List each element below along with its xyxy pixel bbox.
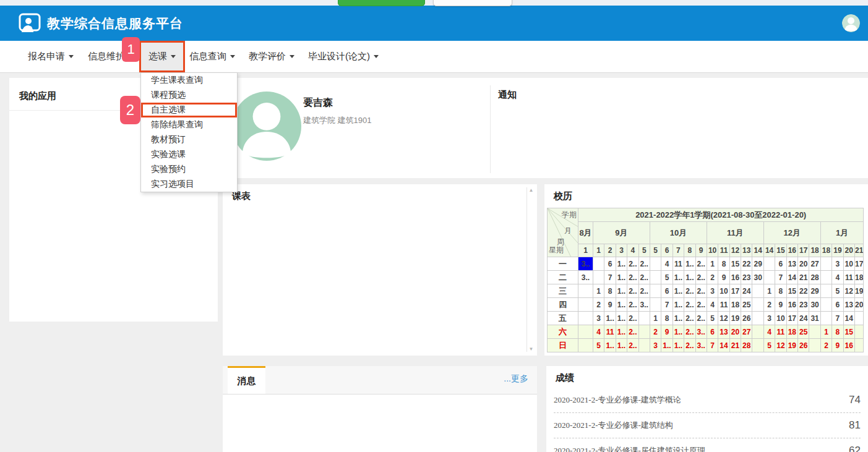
calendar-day-cell: 14 (786, 271, 797, 284)
calendar-day-cell (752, 312, 763, 325)
calendar-day-cell (820, 271, 831, 284)
grade-row-2[interactable]: 2020-2021-2-专业必修课-建筑结构81 (554, 413, 861, 438)
calendar-day-cell: 24 (741, 284, 752, 298)
calendar-week-number: 8 (684, 244, 695, 257)
calendar-day-cell: 20 (798, 257, 809, 271)
dropdown-item-1[interactable]: 学生课表查询 (141, 73, 237, 88)
platform-logo-icon (19, 13, 41, 33)
calendar-day-cell: 7 (661, 298, 672, 312)
calendar-day-cell: 21 (798, 271, 809, 284)
chevron-down-icon (171, 55, 176, 58)
calendar-day-cell: 23 (741, 271, 752, 284)
grade-course-name: 2020-2021-2-专业必修课-建筑学概论 (554, 394, 681, 406)
dropdown-item-3[interactable]: 自主选课 (141, 103, 237, 117)
grade-row-1[interactable]: 2020-2021-2-专业必修课-建筑学概论74 (554, 388, 861, 413)
grades-list: 2020-2021-2-专业必修课-建筑学概论742020-2021-2-专业必… (546, 388, 868, 452)
calendar-day-cell: 9 (718, 271, 729, 284)
calendar-semester-title: 2021-2022学年1学期(2021-08-30至2022-01-20) (578, 208, 864, 222)
calendar-day-cell (820, 312, 831, 325)
chevron-down-icon (374, 55, 379, 58)
grade-row-3[interactable]: 2020-2021-2-专业必修课-居住建筑设计原理62 (554, 438, 861, 452)
calendar-day-label: 一 (548, 257, 578, 271)
calendar-day-cell: 26 (798, 339, 809, 352)
calendar-day-cell: 30 (809, 298, 820, 312)
calendar-day-cell: 30 (752, 271, 763, 284)
timetable-scrollbar[interactable]: ▲ ▼ (526, 187, 535, 352)
calendar-day-cell: 1 (593, 284, 604, 298)
profile-department: 建筑学院 建筑1901 (303, 115, 372, 126)
calendar-month-header: 1月 (820, 222, 864, 244)
grade-score: 62 (849, 445, 861, 452)
calendar-day-cell: 4 (593, 325, 604, 339)
dropdown-item-6[interactable]: 实验选课 (141, 147, 237, 162)
calendar-day-cell: 13 (843, 298, 854, 312)
calendar-day-cell: 7 (707, 339, 718, 352)
calendar-day-cell (752, 325, 763, 339)
calendar-day-cell: 6 (775, 257, 786, 271)
calendar-day-cell: 23 (798, 298, 809, 312)
chevron-down-icon (290, 55, 294, 58)
annotation-step-1-badge: 1 (122, 37, 140, 62)
calendar-day-cell: 12 (718, 312, 729, 325)
calendar-week-number: 1 (578, 244, 593, 257)
nav-item-4[interactable]: 信息查询 (189, 41, 235, 72)
calendar-day-cell: 5 (832, 284, 843, 298)
calendar-day-cell: 2.. (684, 339, 695, 352)
calendar-day-cell: 9 (832, 339, 843, 352)
top-green-button-fragment[interactable] (338, 0, 425, 6)
profile-card: 要吉森 建筑学院 建筑1901 通知 (223, 78, 868, 178)
calendar-day-cell: 2.. (627, 271, 638, 284)
more-link[interactable]: ...更多 (504, 373, 528, 385)
calendar-day-cell: 13 (786, 257, 797, 271)
calendar-week-number: 17 (798, 244, 809, 257)
calendar-day-cell (650, 284, 661, 298)
calendar-day-cell (578, 325, 593, 339)
dropdown-item-8[interactable]: 实习选项目 (141, 177, 237, 192)
calendar-week-number: 21 (854, 244, 863, 257)
calendar-day-cell: 1.. (616, 312, 627, 325)
calendar-day-cell: 20 (854, 298, 863, 312)
calendar-today-cell: 3.. (578, 257, 593, 271)
profile-name: 要吉森 (303, 96, 333, 109)
calendar-day-cell (752, 339, 763, 352)
app-header: 教学综合信息服务平台 (0, 6, 868, 41)
user-avatar-icon[interactable] (842, 14, 860, 32)
nav-item-1[interactable]: 报名申请 (28, 41, 74, 72)
calendar-day-cell: 16 (786, 298, 797, 312)
dropdown-item-7[interactable]: 实验预约 (141, 162, 237, 177)
divider (490, 85, 491, 173)
calendar-day-cell (854, 312, 863, 325)
calendar-day-cell: 9 (604, 298, 616, 312)
calendar-day-cell: 2 (650, 325, 661, 339)
calendar-week-number: 14 (752, 244, 763, 257)
dropdown-item-4[interactable]: 筛除结果查询 (141, 117, 237, 132)
calendar-day-cell (752, 284, 763, 298)
calendar-day-cell (752, 298, 763, 312)
nav-item-6[interactable]: 毕业设计(论文) (308, 41, 379, 72)
calendar-day-cell: 2.. (627, 339, 638, 352)
calendar-day-cell: 5 (763, 339, 775, 352)
top-white-button-fragment[interactable] (433, 0, 512, 6)
calendar-day-cell (763, 271, 775, 284)
calendar-day-cell: 4 (763, 325, 775, 339)
nav-item-3[interactable]: 选课 (139, 41, 185, 72)
calendar-day-cell: 15 (729, 257, 741, 271)
scroll-up-icon[interactable]: ▲ (527, 187, 535, 193)
calendar-day-cell: 1.. (604, 312, 616, 325)
calendar-day-cell (809, 325, 820, 339)
tab-messages[interactable]: 消息 (228, 366, 265, 394)
nav-item-5[interactable]: 教学评价 (249, 41, 294, 72)
profile-avatar-icon (232, 92, 301, 161)
calendar-day-cell: 1.. (616, 339, 627, 352)
calendar-day-label: 三 (548, 284, 578, 298)
calendar-day-cell (593, 257, 604, 271)
calendar-day-cell: 6 (832, 298, 843, 312)
calendar-day-cell: 1.. (616, 271, 627, 284)
calendar-day-cell: 17 (729, 284, 741, 298)
calendar-day-cell: 10 (718, 284, 729, 298)
calendar-day-cell: 7 (775, 271, 786, 284)
scroll-down-icon[interactable]: ▼ (527, 346, 535, 352)
calendar-day-cell: 2.. (638, 284, 650, 298)
dropdown-item-5[interactable]: 教材预订 (141, 132, 237, 147)
dropdown-item-2[interactable]: 课程预选 (141, 88, 237, 103)
